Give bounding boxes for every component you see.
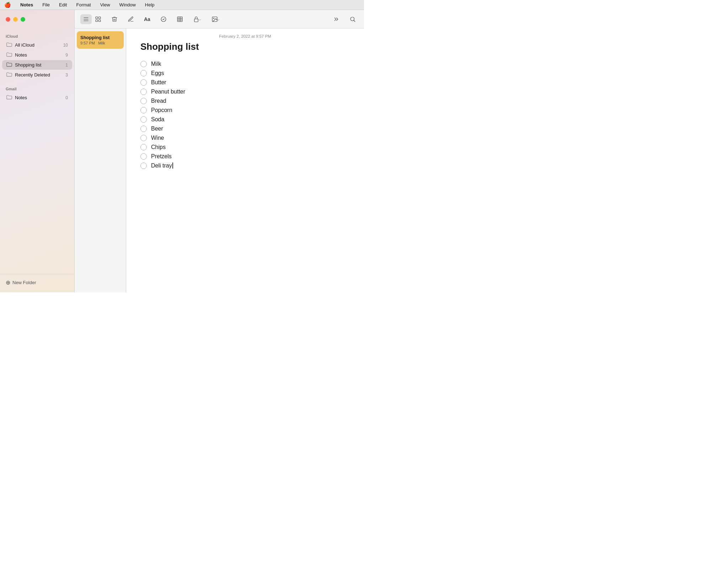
chevron-down-small-icon [198,18,202,22]
checklist-text-eggs: Eggs [151,70,164,76]
icloud-section-label: iCloud [0,31,74,40]
check-circle-chips[interactable] [140,144,147,150]
checklist-item: Eggs [140,69,350,78]
checklist-text-milk: Milk [151,61,161,67]
compose-icon [128,16,134,22]
checklist-icon [160,16,167,22]
shopping-list-label: Shopping list [15,62,59,68]
checklist-item: Soda [140,115,350,124]
check-circle-butter[interactable] [140,79,147,86]
all-icloud-label: All iCloud [15,42,59,48]
search-icon [349,16,356,22]
new-folder-button[interactable]: ⊕ New Folder [4,278,37,287]
checklist-item: Wine [140,133,350,143]
folder-icon-gmail [6,95,12,101]
svg-line-17 [354,20,355,21]
compose-button[interactable] [125,14,136,24]
trash-icon [111,16,118,22]
check-circle-pretzels[interactable] [140,153,147,160]
note-editor: February 2, 2022 at 9:57 PM Shopping lis… [126,28,364,292]
app-window: iCloud All iCloud 10 Notes 9 [0,10,364,292]
folder-icon-shopping [6,62,12,68]
list-icon [83,16,89,22]
sidebar-item-recently-deleted[interactable]: Recently Deleted 3 [2,70,72,80]
notes-gmail-count: 0 [62,95,68,100]
menu-edit[interactable]: Edit [58,2,68,8]
checklist-text-wine: Wine [151,135,164,141]
all-icloud-count: 10 [62,43,68,48]
minimize-button[interactable] [13,17,18,22]
chevron-double-right-icon [333,16,339,22]
folder-svg-shopping [6,62,12,67]
folder-svg-notes [6,52,12,57]
format-button[interactable]: Aa [141,15,153,24]
svg-rect-6 [99,20,101,21]
checklist-text-deli-tray: Deli tray [151,163,173,169]
svg-rect-13 [194,19,198,22]
plus-circle-icon: ⊕ [6,279,10,286]
sidebar-item-notes-gmail[interactable]: Notes 0 [2,93,72,102]
check-circle-peanut-butter[interactable] [140,89,147,95]
sidebar-item-shopping-list[interactable]: Shopping list 1 [2,60,72,70]
new-folder-label: New Folder [12,280,36,285]
checklist-button[interactable] [158,14,169,24]
toolbar: Aa [75,10,364,28]
media-button[interactable] [209,14,223,24]
format-label: Aa [144,16,150,22]
menu-view[interactable]: View [99,2,112,8]
delete-button[interactable] [109,14,120,24]
editor-date: February 2, 2022 at 9:57 PM [126,28,364,41]
maximize-button[interactable] [21,17,25,22]
checklist-text-pretzels: Pretzels [151,153,172,160]
lock-button[interactable] [191,14,204,24]
note-card-shopping-list[interactable]: Shopping list 9:57 PM Milk [77,31,124,49]
editor-title: Shopping list [140,41,350,52]
folder-svg-gmail [6,95,12,100]
gallery-view-button[interactable] [92,14,104,24]
note-list-panel: Shopping list 9:57 PM Milk [75,28,126,292]
sidebar-footer: ⊕ New Folder [0,274,74,292]
check-circle-popcorn[interactable] [140,107,147,113]
sidebar-item-notes-icloud[interactable]: Notes 9 [2,50,72,60]
note-card-title: Shopping list [80,35,120,40]
sidebar-content: iCloud All iCloud 10 Notes 9 [0,28,74,274]
checklist-text-popcorn: Popcorn [151,107,172,113]
menubar: 🍎 Notes File Edit Format View Window Hel… [0,0,364,10]
chevron-down-media-icon [216,18,220,22]
table-icon [177,16,183,22]
checklist-text-bread: Bread [151,98,166,104]
notes-icloud-label: Notes [15,52,59,58]
check-circle-beer[interactable] [140,126,147,132]
folder-icon [6,42,12,48]
folder-icon-deleted [6,72,12,78]
check-circle-bread[interactable] [140,98,147,104]
check-circle-deli-tray[interactable] [140,163,147,169]
table-button[interactable] [174,14,186,24]
note-card-time: 9:57 PM [80,41,95,45]
svg-rect-8 [177,17,182,22]
checklist-item: Beer [140,124,350,133]
apple-menu[interactable]: 🍎 [4,2,11,8]
checklist-item: Pretzels [140,152,350,161]
check-circle-soda[interactable] [140,116,147,123]
menu-help[interactable]: Help [144,2,156,8]
close-button[interactable] [6,17,10,22]
recently-deleted-label: Recently Deleted [15,72,59,78]
more-button[interactable] [331,14,342,24]
menu-file[interactable]: File [41,2,51,8]
check-circle-wine[interactable] [140,135,147,141]
note-card-preview: Milk [98,41,105,45]
editor-content[interactable]: Shopping list MilkEggsButterPeanut butte… [126,41,364,292]
sidebar-item-all-icloud[interactable]: All iCloud 10 [2,40,72,50]
menu-notes[interactable]: Notes [19,2,34,8]
list-view-button[interactable] [80,14,92,24]
svg-point-16 [350,17,354,21]
check-circle-milk[interactable] [140,61,147,67]
notes-icloud-count: 9 [62,53,68,58]
gmail-section-label: Gmail [0,84,74,92]
menu-format[interactable]: Format [75,2,92,8]
check-circle-eggs[interactable] [140,70,147,76]
checklist-item: Popcorn [140,106,350,115]
menu-window[interactable]: Window [118,2,137,8]
search-button[interactable] [347,14,358,24]
